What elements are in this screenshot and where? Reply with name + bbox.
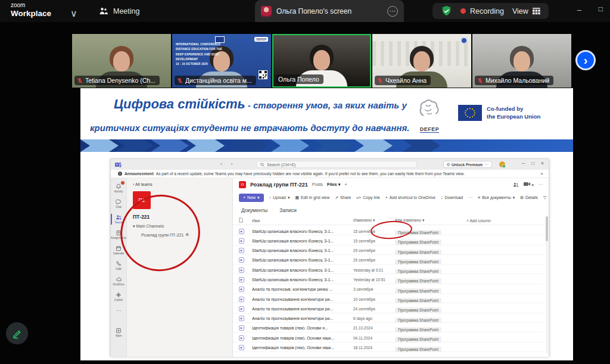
more-options-icon[interactable]: ⋯ [539, 182, 543, 187]
upload-button[interactable]: ↑Upload▾ [269, 195, 290, 200]
file-name[interactable]: Ідентифікація товарів (лек). Основи н... [252, 326, 353, 330]
file-row[interactable]: ▶ Ідентифікація товарів (лек). Основи на… [233, 343, 544, 352]
participant-nameplate: Tetiana Denysenko (Ch... [74, 76, 160, 85]
video-tile[interactable]: INTERNATIONAL CONFERENCE DISTANCE EDUCAT… [172, 34, 271, 88]
tab-meeting[interactable]: Meeting [99, 0, 139, 22]
file-modified-date: 21.10.2024 [353, 326, 395, 330]
file-name[interactable]: StartUp:організація власного бізнесу, 3-… [252, 239, 353, 243]
view-label: View [512, 7, 528, 15]
members-icon[interactable] [513, 182, 519, 187]
file-modified-date: 29 сентября [353, 248, 395, 253]
maximize-button[interactable]: □ [599, 5, 603, 13]
next-participants-button[interactable]: › [575, 50, 596, 70]
file-row[interactable]: ▶ Аналіз та прогнозування кон'юнктури ри… [233, 313, 544, 323]
file-row[interactable]: ▶ StartUp:організація власного бізнесу, … [233, 265, 544, 274]
unlock-premium-button[interactable]: ◇ Unlock Premium ⋯ [443, 161, 492, 168]
teams-avatar[interactable] [499, 161, 505, 167]
file-name[interactable]: StartUp:організація власного бізнесу, 3-… [252, 248, 353, 253]
teams-screenshot: T ‹ › Search (Ctrl+E) ◇ Unlock Premium ⋯… [110, 158, 549, 356]
file-name[interactable]: Аналіз та прогнозування кон'юнктури ри..… [252, 316, 353, 321]
file-row[interactable]: ▶ Аналіз та прогнозув. кон'юнктури ринку… [233, 284, 544, 294]
file-modified-date: 15 сентября [353, 239, 395, 243]
rail-more-apps-icon[interactable]: ⋯ [116, 304, 121, 316]
file-row[interactable]: ▶ Аналіз та прогнозування кон'юнктури ри… [233, 294, 544, 303]
teams-restore-icon[interactable]: □ [531, 160, 534, 166]
file-row[interactable]: ▶ Ідентифікація товарів (лек). Основи н.… [233, 323, 544, 332]
slide-title-rest: - створення умов, за яких навіть у [245, 100, 407, 110]
tab-posts[interactable]: Posts [312, 182, 323, 187]
video-file-icon: ▶ [239, 229, 244, 234]
channel-header: П Розклад групи ПТ-221 Posts Files ▾ + ▾… [233, 178, 549, 191]
minimize-button[interactable]: – [577, 5, 581, 14]
tab-shared-screen[interactable]: Ольга Попело's screen ⋯ [255, 0, 404, 22]
file-modified-by: Программа SharePoint [395, 269, 441, 274]
tab-documents[interactable]: Документы [241, 207, 267, 213]
teams-close-icon[interactable]: × [541, 160, 544, 166]
rail-item-activity[interactable]: Activity [111, 181, 126, 196]
tab-files[interactable]: Files ▾ [327, 182, 340, 187]
all-documents-dropdown[interactable]: ≡Все документы▾ [478, 195, 515, 200]
column-name[interactable]: Имя [252, 219, 353, 223]
all-teams-back[interactable]: ‹ All teams [133, 182, 152, 186]
meeting-tab-label: Meeting [113, 7, 139, 15]
file-name[interactable]: Аналіз та прогнозув. кон'юнктури ринку .… [252, 287, 353, 291]
defep-logo: DEFEP [412, 98, 447, 135]
file-row[interactable]: ▶ StartUp:організація власного бізнесу, … [233, 274, 544, 284]
file-row[interactable]: ▶ Ідентифікація товарів (лек). Основи на… [233, 332, 544, 342]
share-button[interactable]: ↗Share [335, 195, 351, 200]
file-name[interactable]: Аналіз та прогнозування кон'юнктури ри..… [252, 297, 353, 301]
tab-options-icon[interactable]: ⋯ [387, 6, 398, 17]
scrollbar-thumb[interactable] [546, 216, 548, 241]
files-toolbar: +New▾ ↑Upload▾ ▦Edit in grid view ↗Share… [233, 191, 549, 204]
teams-search-input[interactable]: Search (Ctrl+E) [256, 161, 417, 168]
rail-item-apps[interactable]: Apps [111, 325, 126, 340]
zoom-workplace-logo: zoom Workplace [11, 2, 51, 18]
chevron-right-icon: › [584, 54, 588, 66]
scrollbar[interactable] [546, 216, 548, 353]
meet-camera-icon[interactable]: ▾ [524, 182, 534, 188]
copy-link-button[interactable]: Copy link [356, 195, 379, 200]
video-tile[interactable]: Чхеайло Анна [372, 34, 471, 88]
file-name[interactable]: StartUp:організація власного бізнесу, 3-… [252, 229, 353, 234]
file-name[interactable]: StartUp:організація власного бізнесу, 3-… [252, 278, 353, 282]
tab-records[interactable]: Записи [279, 207, 297, 213]
chevron-down-icon[interactable]: ∨ [70, 8, 77, 19]
participant-nameplate: Михайло Мальований [475, 76, 553, 85]
filter-icon[interactable]: ▽ [543, 195, 546, 200]
shortcut-icon: + [385, 195, 388, 200]
view-button[interactable]: View [512, 7, 540, 15]
more-icon: ⋯ [484, 162, 488, 167]
video-tile[interactable]: Михайло Мальований [472, 34, 571, 88]
file-modified-by: Программа SharePoint [395, 288, 441, 294]
annotate-pencil-button[interactable] [6, 322, 28, 344]
video-tile-active-speaker[interactable]: Ольга Попело [272, 34, 371, 88]
file-row[interactable]: ▶ Аналіз та прогнозування кон'юнктури ри… [233, 303, 544, 313]
add-tab-icon[interactable]: + [344, 182, 347, 187]
file-row[interactable]: ▶ StartUp:організація власного бізнесу, … [233, 245, 544, 255]
file-name[interactable]: StartUp:організація власного бізнесу, 3-… [252, 268, 353, 272]
add-shortcut-button[interactable]: +Add shortcut to OneDrive [385, 195, 435, 200]
new-button[interactable]: +New▾ [239, 194, 264, 202]
rail-item-onedrive[interactable]: OneDrive [111, 273, 126, 289]
brand-zoom: zoom [11, 2, 51, 8]
rail-item-chat[interactable]: Chat [111, 196, 126, 211]
recording-indicator[interactable]: Recording [460, 7, 504, 15]
file-name[interactable]: Ідентифікація товарів (лек). Основи наук… [252, 346, 353, 350]
rail-item-calls[interactable]: Calls [111, 258, 126, 273]
file-name[interactable]: Ідентифікація товарів (лек). Основи наук… [252, 336, 353, 340]
video-tile[interactable]: Tetiana Denysenko (Ch... [72, 34, 171, 88]
toolbar-more-icon[interactable]: ⋯ [468, 195, 472, 200]
file-name[interactable]: Аналіз та прогнозування кон'юнктури ри..… [252, 307, 353, 311]
teams-minimize-icon[interactable]: – [522, 160, 525, 166]
security-shield-icon[interactable] [441, 5, 452, 17]
file-row[interactable]: ▶ StartUp:організація власного бізнесу, … [233, 255, 544, 265]
nav-back-forward-icons[interactable]: ‹ › [220, 161, 236, 167]
edit-grid-button[interactable]: ▦Edit in grid view [295, 195, 329, 200]
announcement-close-icon[interactable]: × [540, 171, 543, 176]
file-name[interactable]: StartUp:організація власного бізнесу, 3-… [252, 258, 353, 262]
add-column-button[interactable]: + Add column [466, 219, 544, 223]
rail-item-copilot[interactable]: Copilot [111, 289, 126, 304]
search-placeholder: Search (Ctrl+E) [267, 163, 295, 167]
details-button[interactable]: ⊞Details [520, 195, 538, 200]
download-button[interactable]: ↓Download [441, 195, 463, 200]
